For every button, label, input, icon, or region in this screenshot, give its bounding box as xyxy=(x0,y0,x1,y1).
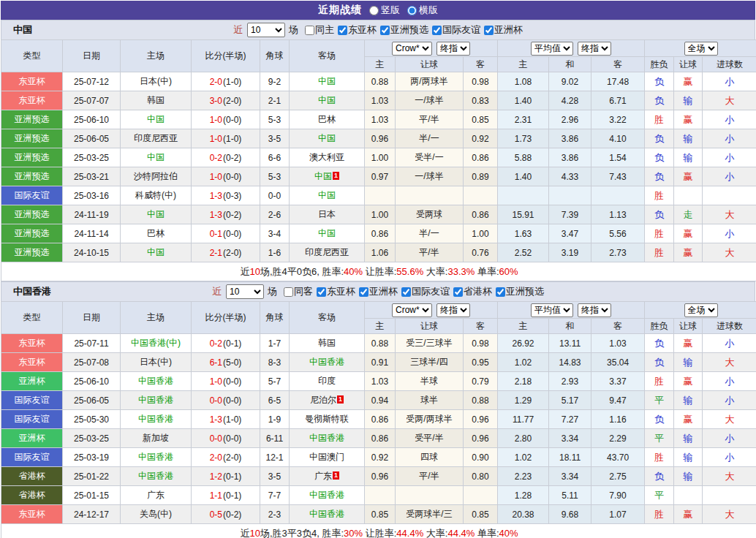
halftime-score: (2-0) xyxy=(223,96,241,106)
same-venue-input[interactable] xyxy=(284,287,293,297)
match-score: 2-0(1-0) xyxy=(192,72,260,91)
average-odds-header: 平均值终指 xyxy=(498,302,645,319)
competition-checkbox[interactable]: 亚洲预选 xyxy=(496,285,544,298)
competition-input[interactable] xyxy=(317,287,326,297)
average-select[interactable]: 平均值 xyxy=(531,42,573,56)
result-handicap: 赢 xyxy=(674,72,703,91)
home-team: 中国香港 xyxy=(121,391,192,410)
handicap-odds: 球半 xyxy=(396,391,464,410)
average-select[interactable]: 平均值 xyxy=(531,303,573,317)
summary-value: 55.6% xyxy=(396,266,423,277)
fulltime-score: 2-1 xyxy=(210,248,222,258)
competition-input[interactable] xyxy=(380,26,390,35)
team-name: 中国香港 xyxy=(138,395,173,405)
summary-label: 让胜率: xyxy=(363,528,396,538)
away-odds: 0.83 xyxy=(464,91,498,110)
match-type-badge: 东亚杯 xyxy=(1,91,63,110)
team-name: 新加坡 xyxy=(143,433,169,443)
competition-checkbox[interactable]: 国际友谊 xyxy=(432,23,480,37)
competition-input[interactable] xyxy=(359,287,368,297)
team-name: 中国香港 xyxy=(138,452,173,462)
competition-input[interactable] xyxy=(496,287,505,297)
avg-home-odds: 2.23 xyxy=(498,467,549,486)
sub-column-header: 客 xyxy=(464,319,498,334)
competition-checkbox[interactable]: 东亚杯 xyxy=(338,23,377,37)
match-type-badge: 省港杯 xyxy=(1,467,63,486)
result-handicap: 输 xyxy=(674,391,703,410)
handicap-odds xyxy=(396,186,464,205)
final-odds-select[interactable]: 终指 xyxy=(436,42,470,56)
home-odds: 0.97 xyxy=(365,167,396,186)
competition-checkbox[interactable]: 亚洲杯 xyxy=(484,23,523,37)
competition-input[interactable] xyxy=(484,26,494,35)
handicap-odds: 受三/三球半 xyxy=(396,334,464,353)
match-date: 25-07-12 xyxy=(63,72,121,91)
team-name: 中国 xyxy=(314,171,332,181)
away-team: 中国香港 xyxy=(290,353,365,372)
recent-count-select[interactable]: 10 xyxy=(226,284,264,299)
team-name: 曼彻斯特联 xyxy=(305,414,349,424)
home-odds: 0.86 xyxy=(365,429,396,448)
competition-input[interactable] xyxy=(401,287,411,297)
away-odds: 0.96 xyxy=(464,429,498,448)
result-win-loss: 胜 xyxy=(645,224,674,243)
layout-radio-vertical[interactable]: 竖版 xyxy=(369,4,400,17)
competition-input[interactable] xyxy=(432,26,442,35)
away-odds: 0.90 xyxy=(464,448,498,467)
column-header: 主场 xyxy=(121,302,192,334)
team-name: 中国 xyxy=(318,76,336,86)
avg-away-odds: 1.16 xyxy=(591,410,645,429)
competition-input[interactable] xyxy=(338,26,347,35)
competition-checkbox[interactable]: 东亚杯 xyxy=(317,285,355,298)
result-win-loss: 负 xyxy=(645,72,674,91)
final-odds-select[interactable]: 终指 xyxy=(436,303,470,317)
avg-home-odds: 11.77 xyxy=(498,410,549,429)
avg-home-odds: 1.73 xyxy=(498,129,549,148)
away-team: 中国 xyxy=(290,129,365,148)
competition-label: 东亚杯 xyxy=(327,285,355,298)
halftime-score: (0-2) xyxy=(223,210,241,220)
full-match-select[interactable]: 全场 xyxy=(684,42,718,56)
match-type-badge: 亚洲预选 xyxy=(1,110,63,129)
sub-column-header: 让球 xyxy=(674,319,703,334)
avg-home-odds: 26.92 xyxy=(498,334,549,353)
away-team: 曼彻斯特联 xyxy=(290,410,365,429)
result-handicap: 输 xyxy=(674,467,703,486)
same-venue-checkbox[interactable]: 同主 xyxy=(305,23,334,37)
full-match-select[interactable]: 全场 xyxy=(684,303,718,317)
filter-controls: 近10场同主东亚杯亚洲预选国际友谊亚洲杯 xyxy=(233,23,523,37)
recent-count-select[interactable]: 10 xyxy=(247,23,285,37)
avg-away-odds: 7.90 xyxy=(591,486,645,505)
home-odds: 1.03 xyxy=(365,372,396,391)
same-venue-input[interactable] xyxy=(305,26,314,35)
final-average-select[interactable]: 终指 xyxy=(578,303,611,317)
away-team: 尼泊尔1 xyxy=(290,391,365,410)
fulltime-score: 2-0 xyxy=(210,452,222,463)
away-odds: 0.98 xyxy=(464,72,498,91)
column-header: 角球 xyxy=(260,40,290,72)
layout-radio-horizontal[interactable]: 横版 xyxy=(407,4,438,17)
avg-home-odds: 2.80 xyxy=(498,429,549,448)
same-venue-checkbox[interactable]: 同客 xyxy=(284,285,313,298)
vertical-radio-input[interactable] xyxy=(369,6,379,15)
competition-checkbox[interactable]: 亚洲杯 xyxy=(359,285,398,298)
home-team: 科威特(中) xyxy=(121,186,192,205)
fulltime-score: 1-0 xyxy=(210,134,222,144)
competition-checkbox[interactable]: 国际友谊 xyxy=(401,285,450,298)
team-name: 巴林 xyxy=(318,114,336,124)
team-name: 澳大利亚 xyxy=(309,152,344,162)
final-average-select[interactable]: 终指 xyxy=(578,42,611,56)
handicap-odds: 四球 xyxy=(396,448,464,467)
competition-checkbox[interactable]: 省港杯 xyxy=(453,285,492,298)
match-score: 1-0(0-0) xyxy=(192,167,260,186)
handicap-odds: 一/球半 xyxy=(396,91,464,110)
bookmaker-select[interactable]: Crow* xyxy=(392,42,432,56)
competition-input[interactable] xyxy=(453,287,463,297)
horizontal-radio-input[interactable] xyxy=(407,6,417,15)
team-name: 日本(中) xyxy=(140,357,172,367)
section-title: 中国香港 xyxy=(13,285,51,298)
competition-checkbox[interactable]: 亚洲预选 xyxy=(380,23,428,37)
bookmaker-select[interactable]: Crow* xyxy=(392,303,432,317)
match-date: 25-03-19 xyxy=(63,448,121,467)
match-score: 6-1(5-0) xyxy=(192,353,260,372)
